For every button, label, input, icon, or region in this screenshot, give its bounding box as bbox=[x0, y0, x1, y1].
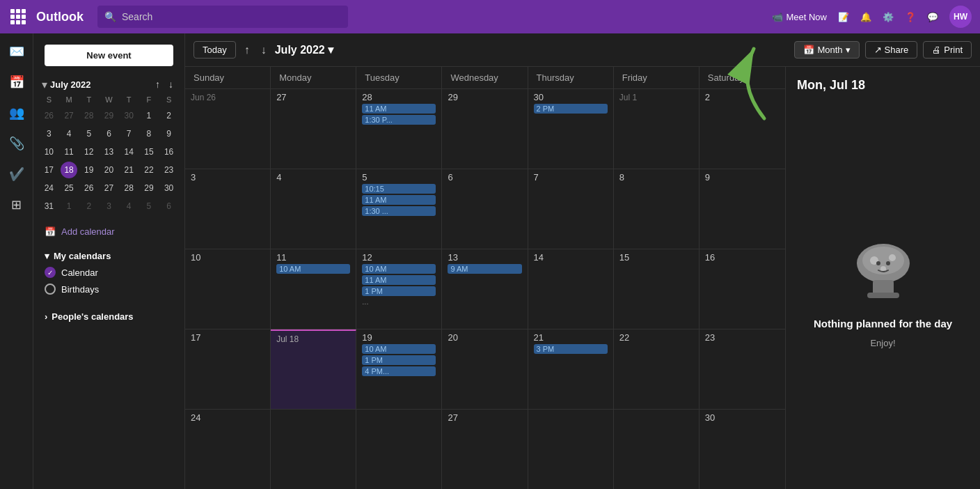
today-button[interactable]: Today bbox=[193, 41, 236, 59]
mini-cal-day[interactable]: 4 bbox=[61, 125, 77, 142]
cal-cell[interactable]: 6 bbox=[442, 169, 528, 249]
mini-cal-today[interactable]: 18 bbox=[61, 162, 77, 178]
mini-cal-day[interactable]: 16 bbox=[161, 143, 177, 160]
files-nav-icon[interactable]: 📎 bbox=[4, 131, 29, 156]
mini-cal-day[interactable]: 13 bbox=[100, 143, 117, 160]
mini-cal-collapse-icon[interactable]: ▾ bbox=[42, 78, 47, 91]
calendar-event[interactable]: 10 AM bbox=[362, 264, 436, 274]
new-mail-icon[interactable]: 📝 bbox=[838, 12, 849, 22]
cal-cell[interactable]: 3 bbox=[185, 169, 271, 249]
mini-cal-day[interactable]: 28 bbox=[81, 107, 97, 124]
mail-nav-icon[interactable]: ✉️ bbox=[4, 39, 29, 64]
mini-cal-prev[interactable]: ↑ bbox=[152, 77, 163, 91]
mini-cal-day[interactable]: 9 bbox=[161, 125, 177, 142]
cal-cell[interactable] bbox=[356, 410, 442, 489]
next-month-button[interactable]: ↓ bbox=[258, 41, 269, 59]
cal-cell[interactable]: 28 11 AM 1:30 P... bbox=[356, 89, 442, 169]
mini-cal-day[interactable]: 26 bbox=[81, 180, 97, 196]
search-bar[interactable]: 🔍 bbox=[97, 6, 348, 28]
month-title[interactable]: July 2022 ▾ bbox=[275, 43, 333, 56]
calendar-item-calendar[interactable]: Calendar bbox=[33, 264, 184, 281]
mini-cal-day[interactable]: 3 bbox=[100, 198, 117, 215]
calendar-event[interactable]: 11 AM bbox=[362, 275, 436, 285]
cal-cell[interactable]: 13 9 AM bbox=[442, 249, 528, 329]
share-button[interactable]: ↗ Share bbox=[865, 41, 918, 59]
calendar-event[interactable]: 10 AM bbox=[362, 344, 436, 354]
cal-cell[interactable]: Jul 1 bbox=[614, 89, 700, 169]
calendar-event[interactable]: 11 AM bbox=[362, 195, 436, 205]
feedback-icon[interactable]: 💬 bbox=[927, 12, 938, 22]
cal-cell[interactable]: Jun 26 bbox=[185, 89, 271, 169]
calendar-nav-icon[interactable]: 📅 bbox=[4, 70, 29, 95]
cal-cell-today[interactable]: Jul 18 bbox=[271, 329, 356, 409]
mini-cal-day[interactable]: 8 bbox=[141, 125, 157, 142]
cal-cell[interactable] bbox=[271, 410, 356, 489]
cal-cell[interactable]: 30 2 PM bbox=[528, 89, 614, 169]
mini-cal-day[interactable]: 25 bbox=[61, 180, 77, 196]
mini-cal-day[interactable]: 1 bbox=[61, 198, 77, 215]
calendar-event[interactable]: 1 PM bbox=[362, 355, 436, 365]
mini-cal-day[interactable]: 1 bbox=[141, 107, 157, 124]
cal-cell[interactable]: 30 bbox=[700, 410, 785, 489]
todo-nav-icon[interactable]: ✔️ bbox=[4, 162, 29, 187]
cal-cell[interactable]: 19 10 AM 1 PM 4 PM... bbox=[356, 329, 442, 409]
mini-cal-day[interactable]: 10 bbox=[40, 143, 57, 160]
meet-now-button[interactable]: 📹 Meet Now bbox=[772, 12, 827, 22]
cal-cell[interactable]: 27 bbox=[271, 89, 356, 169]
cal-cell[interactable]: 29 bbox=[442, 89, 528, 169]
mini-cal-day[interactable]: 6 bbox=[100, 125, 117, 142]
cal-cell[interactable]: 7 bbox=[528, 169, 614, 249]
mini-cal-day[interactable]: 30 bbox=[161, 180, 177, 196]
cal-cell[interactable]: 27 bbox=[442, 410, 528, 489]
search-input[interactable] bbox=[122, 11, 341, 22]
print-button[interactable]: 🖨 Print bbox=[923, 41, 972, 59]
mini-cal-day[interactable]: 19 bbox=[81, 162, 97, 178]
cal-cell[interactable]: 9 bbox=[700, 169, 785, 249]
mini-cal-day[interactable]: 3 bbox=[40, 125, 57, 142]
mini-cal-day[interactable]: 5 bbox=[141, 198, 157, 215]
mini-cal-day[interactable]: 24 bbox=[40, 180, 57, 196]
people-calendars-header[interactable]: › People's calendars bbox=[33, 309, 184, 325]
mini-cal-day[interactable]: 2 bbox=[161, 107, 177, 124]
add-calendar-button[interactable]: 📅 Add calendar bbox=[33, 221, 184, 242]
mini-cal-day[interactable]: 20 bbox=[100, 162, 117, 178]
cal-cell[interactable]: 4 bbox=[271, 169, 356, 249]
mini-cal-day[interactable]: 26 bbox=[40, 107, 57, 124]
cal-cell[interactable]: 16 bbox=[700, 249, 785, 329]
cal-cell[interactable] bbox=[614, 410, 700, 489]
apps-nav-icon[interactable]: ⊞ bbox=[4, 192, 29, 217]
cal-cell[interactable] bbox=[528, 410, 614, 489]
calendar-event[interactable]: 9 AM bbox=[448, 264, 521, 274]
cal-cell[interactable]: 12 10 AM 11 AM 1 PM ... bbox=[356, 249, 442, 329]
cal-cell[interactable]: 15 bbox=[614, 249, 700, 329]
birthdays-checkbox[interactable] bbox=[45, 284, 56, 295]
view-selector-button[interactable]: 📅 Month ▾ bbox=[794, 41, 859, 59]
my-calendars-header[interactable]: ▾ My calendars bbox=[33, 248, 184, 264]
cal-cell[interactable]: 2 bbox=[700, 89, 785, 169]
mini-cal-day[interactable]: 27 bbox=[61, 107, 77, 124]
cal-cell[interactable]: 20 bbox=[442, 329, 528, 409]
prev-month-button[interactable]: ↑ bbox=[242, 41, 253, 59]
cal-cell[interactable]: 10 bbox=[185, 249, 271, 329]
cal-cell[interactable]: 24 bbox=[185, 410, 271, 489]
calendar-item-birthdays[interactable]: Birthdays bbox=[33, 281, 184, 297]
calendar-event[interactable]: 4 PM... bbox=[362, 366, 436, 376]
mini-cal-day[interactable]: 23 bbox=[161, 162, 177, 178]
calendar-event[interactable]: 10 AM bbox=[276, 264, 350, 274]
new-event-button[interactable]: New event bbox=[45, 45, 173, 66]
mini-cal-day[interactable]: 29 bbox=[141, 180, 157, 196]
cal-cell[interactable]: 21 3 PM bbox=[528, 329, 614, 409]
people-nav-icon[interactable]: 👥 bbox=[4, 100, 29, 125]
mini-cal-day[interactable]: 31 bbox=[40, 198, 57, 215]
notifications-icon[interactable]: 🔔 bbox=[860, 12, 871, 22]
mini-cal-day[interactable]: 12 bbox=[81, 143, 97, 160]
app-grid-icon[interactable] bbox=[8, 7, 28, 26]
calendar-event[interactable]: 1 PM bbox=[362, 286, 436, 296]
mini-cal-day[interactable]: 6 bbox=[161, 198, 177, 215]
mini-cal-day[interactable]: 11 bbox=[61, 143, 77, 160]
mini-cal-day[interactable]: 2 bbox=[81, 198, 97, 215]
calendar-event[interactable]: 1:30 ... bbox=[362, 206, 436, 216]
calendar-event[interactable]: 3 PM bbox=[534, 344, 608, 354]
mini-cal-day[interactable]: 29 bbox=[100, 107, 117, 124]
mini-cal-day[interactable]: 27 bbox=[100, 180, 117, 196]
